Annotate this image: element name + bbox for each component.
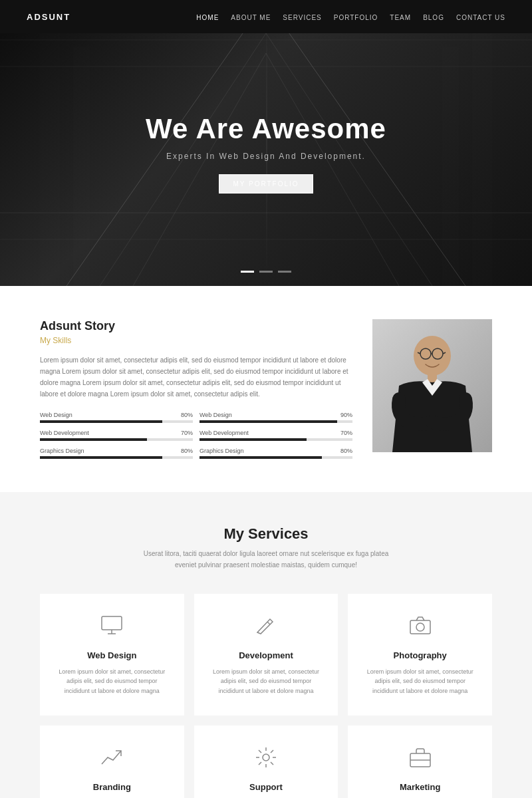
skills-grid: Web Design 80% Web Design 90% Web Develo… bbox=[40, 412, 352, 459]
service-title: Development bbox=[207, 650, 325, 660]
skill-item: Graphics Design 80% bbox=[200, 448, 352, 459]
skill-label: Web Design 90% bbox=[200, 412, 352, 418]
skill-bar bbox=[40, 420, 193, 423]
skill-label: Graphics Design 80% bbox=[200, 448, 352, 454]
about-body: Lorem ipsum dolor sit amet, consectetur … bbox=[40, 354, 352, 400]
skill-bar bbox=[200, 438, 352, 441]
svg-point-27 bbox=[416, 623, 424, 631]
hero-cta-button[interactable]: MY PORTFOLIO bbox=[219, 174, 313, 194]
services-grid: Web Design Lorem ipsum dolor sit amet, c… bbox=[40, 594, 492, 798]
camera-icon bbox=[361, 614, 479, 642]
monitor-icon bbox=[53, 614, 171, 642]
svg-point-28 bbox=[263, 754, 269, 761]
skill-item: Web Design 80% bbox=[40, 412, 193, 423]
nav-link-services[interactable]: SERVICES bbox=[283, 14, 321, 21]
skill-label: Web Development 70% bbox=[200, 430, 352, 436]
skill-item: Web Development 70% bbox=[200, 430, 352, 441]
nav-link-team[interactable]: TEAM bbox=[390, 14, 411, 21]
hero-dot-3[interactable] bbox=[278, 271, 291, 273]
briefcase-icon bbox=[361, 745, 479, 774]
skill-bar-fill bbox=[40, 456, 162, 459]
svg-rect-9 bbox=[73, 47, 90, 286]
service-description: Lorem ipsum dolor sit amet, consectetur … bbox=[361, 667, 479, 696]
svg-rect-22 bbox=[102, 616, 122, 630]
nav-link-portfolio[interactable]: PORTFOLIO bbox=[334, 14, 378, 21]
services-title: My Services bbox=[40, 525, 492, 543]
hero-subheading: Experts In Web Design And Development. bbox=[146, 152, 386, 161]
service-card-support: Support Lorem ipsum dolor sit amet, cons… bbox=[194, 726, 338, 798]
service-title: Web Design bbox=[53, 650, 171, 660]
skill-label: Web Design 80% bbox=[40, 412, 193, 418]
skill-bar-fill bbox=[40, 420, 162, 423]
hero-dot-1[interactable] bbox=[241, 271, 254, 273]
service-card-development: Development Lorem ipsum dolor sit amet, … bbox=[194, 594, 338, 716]
hero-dot-2[interactable] bbox=[259, 271, 273, 273]
nav-link-home[interactable]: HOME bbox=[196, 14, 219, 21]
nav-link-about-me[interactable]: ABOUT ME bbox=[231, 14, 271, 21]
svg-line-25 bbox=[267, 622, 270, 624]
skill-item: Web Design 90% bbox=[200, 412, 352, 423]
skill-label: Graphics Design 80% bbox=[40, 448, 193, 454]
services-description: Userat litora, taciti quaerat dolor ligu… bbox=[133, 548, 399, 571]
site-logo: ADSUNT bbox=[27, 12, 70, 22]
service-card-web-design: Web Design Lorem ipsum dolor sit amet, c… bbox=[40, 594, 184, 716]
service-card-marketing: Marketing Lorem ipsum dolor sit amet, co… bbox=[348, 726, 492, 798]
service-card-branding: Branding Lorem ipsum dolor sit amet, con… bbox=[40, 726, 184, 798]
service-description: Lorem ipsum dolor sit amet, consectetur … bbox=[207, 667, 325, 696]
skill-item: Web Development 70% bbox=[40, 430, 193, 441]
skill-label: Web Development 70% bbox=[40, 430, 193, 436]
about-title: Adsunt Story bbox=[40, 319, 352, 333]
svg-rect-26 bbox=[410, 620, 430, 634]
skill-bar-fill bbox=[40, 438, 147, 441]
about-section: Adsunt Story My Skills Lorem ipsum dolor… bbox=[0, 286, 532, 492]
trending-up-icon bbox=[53, 745, 171, 774]
hero-content: We Are Awesome Experts In Web Design And… bbox=[146, 113, 386, 194]
service-description: Lorem ipsum dolor sit amet, consectetur … bbox=[53, 667, 171, 696]
skill-bar-fill bbox=[200, 420, 337, 423]
service-title: Support bbox=[207, 782, 325, 792]
hero-section: We Are Awesome Experts In Web Design And… bbox=[0, 0, 532, 286]
skill-bar bbox=[200, 420, 352, 423]
skill-bar-fill bbox=[200, 456, 322, 459]
service-title: Photography bbox=[361, 650, 479, 660]
about-left: Adsunt Story My Skills Lorem ipsum dolor… bbox=[40, 319, 352, 459]
pencil-icon bbox=[207, 614, 325, 642]
skill-bar bbox=[200, 456, 352, 459]
skill-bar bbox=[40, 438, 193, 441]
service-card-photography: Photography Lorem ipsum dolor sit amet, … bbox=[348, 594, 492, 716]
navbar: ADSUNT HOMEABOUT MESERVICESPORTFOLIOTEAM… bbox=[0, 0, 532, 33]
skill-bar-fill bbox=[200, 438, 307, 441]
services-section: My Services Userat litora, taciti quaera… bbox=[0, 492, 532, 798]
service-title: Branding bbox=[53, 782, 171, 792]
skill-item: Graphics Design 80% bbox=[40, 448, 193, 459]
service-title: Marketing bbox=[361, 782, 479, 792]
about-subtitle: My Skills bbox=[40, 336, 352, 345]
person-image bbox=[372, 319, 492, 452]
svg-rect-11 bbox=[442, 47, 459, 286]
nav-link-contact-us[interactable]: CONTACT US bbox=[456, 14, 505, 21]
about-right bbox=[372, 319, 492, 452]
svg-rect-10 bbox=[472, 33, 492, 286]
nav-link-blog[interactable]: BLOG bbox=[423, 14, 444, 21]
svg-rect-8 bbox=[40, 33, 60, 286]
nav-links: HOMEABOUT MESERVICESPORTFOLIOTEAMBLOGCON… bbox=[196, 11, 505, 23]
hero-heading: We Are Awesome bbox=[146, 113, 386, 145]
settings-icon bbox=[207, 745, 325, 774]
hero-dots bbox=[241, 271, 291, 273]
skill-bar bbox=[40, 456, 193, 459]
